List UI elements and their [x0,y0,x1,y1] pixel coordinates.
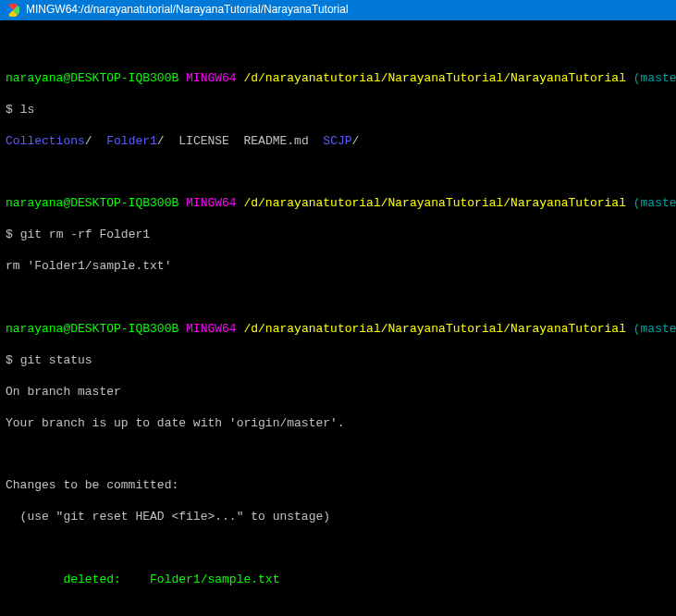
rm-output: rm 'Folder1/sample.txt' [6,259,670,275]
status-output: On branch master [6,385,670,400]
status-output: Your branch is up to date with 'origin/m… [6,416,670,432]
status-output: Changes to be committed: [6,478,670,494]
command-line: $ git rm -rf Folder1 [6,228,670,243]
git-bash-icon [6,3,20,18]
command-line: $ ls [6,103,670,118]
prompt-line: narayana@DESKTOP-IQB300B MINGW64 /d/nara… [6,322,670,338]
window-titlebar[interactable]: MINGW64:/d/narayanatutorial/NarayanaTuto… [0,0,676,20]
window-title: MINGW64:/d/narayanatutorial/NarayanaTuto… [26,3,349,18]
status-deleted: deleted: Folder1/sample.txt [6,573,670,588]
terminal-area[interactable]: narayana@DESKTOP-IQB300B MINGW64 /d/nara… [0,20,676,616]
prompt-line: narayana@DESKTOP-IQB300B MINGW64 /d/nara… [6,196,670,212]
status-output: (use "git reset HEAD <file>..." to unsta… [6,510,670,525]
prompt-line: narayana@DESKTOP-IQB300B MINGW64 /d/nara… [6,71,670,87]
ls-output: Collections/ Folder1/ LICENSE README.md … [6,134,670,150]
command-line: $ git status [6,353,670,369]
